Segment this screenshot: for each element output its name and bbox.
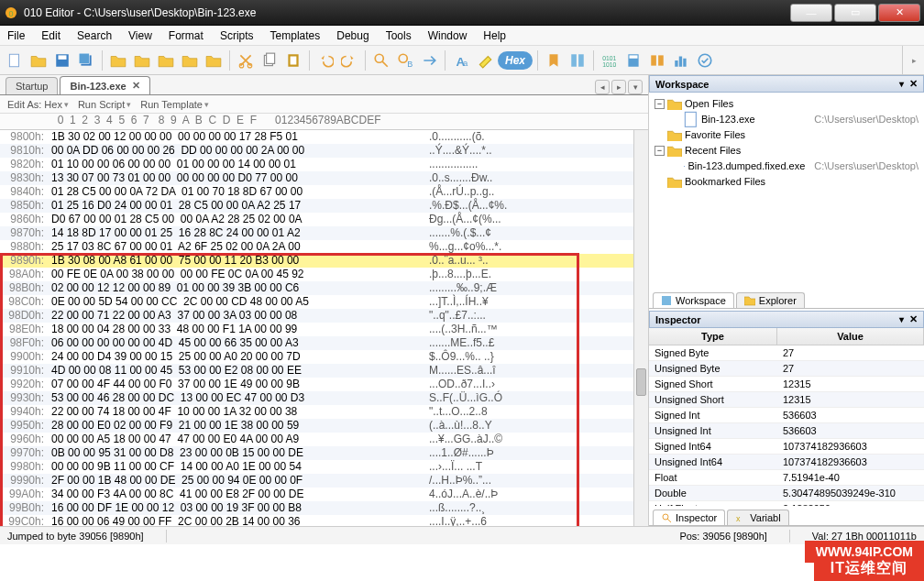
pin-icon[interactable]: ▾: [899, 314, 904, 324]
tab-bin123[interactable]: Bin-123.exe ✕: [60, 76, 149, 94]
hex-row[interactable]: 99C0h:16 00 00 06 49 00 00 FF 2C 00 00 2…: [0, 515, 648, 526]
run-template-dropdown[interactable]: Run Template▾: [140, 99, 209, 110]
hex-row[interactable]: 9930h:53 00 00 46 28 00 00 DC 13 00 00 E…: [0, 391, 648, 405]
cut-icon[interactable]: [235, 49, 257, 71]
run-icon[interactable]: [566, 49, 588, 71]
hex-row[interactable]: 9920h:07 00 00 4F 44 00 00 F0 37 00 00 1…: [0, 378, 648, 391]
tree-file-1[interactable]: Bin-123.exeC:\Users\user\Desktop\: [654, 112, 918, 127]
hex-body[interactable]: 9800h:1B 30 02 00 12 00 00 00 00 00 00 0…: [0, 130, 648, 526]
inspector-row[interactable]: Unsigned Int536603: [649, 423, 924, 439]
find-replace-icon[interactable]: B: [394, 49, 416, 71]
tab-startup[interactable]: Startup: [6, 77, 58, 94]
inspector-row[interactable]: Signed Byte27: [649, 345, 924, 361]
hex-row[interactable]: 9910h:4D 00 00 08 11 00 00 45 53 00 00 E…: [0, 364, 648, 378]
tab-variables[interactable]: xVariabl: [727, 510, 788, 525]
pin-icon[interactable]: ▾: [899, 79, 904, 89]
hex-row[interactable]: 9840h:01 28 C5 00 00 0A 72 DA 01 00 70 1…: [0, 185, 648, 199]
hex-row[interactable]: 9970h:0B 00 00 95 31 00 00 D8 23 00 00 0…: [0, 446, 648, 460]
hex-row[interactable]: 9990h:2F 00 00 1B 48 00 00 DE 25 00 00 9…: [0, 474, 648, 488]
inspector-row[interactable]: Float7.51941e-40: [649, 470, 924, 486]
hex-row[interactable]: 98B0h:02 00 00 12 12 00 00 89 01 00 00 3…: [0, 281, 648, 295]
inspector-row[interactable]: Unsigned Short12315: [649, 392, 924, 408]
tab-close-icon[interactable]: ✕: [132, 80, 140, 92]
hex-row[interactable]: 9980h:00 00 00 9B 11 00 00 CF 14 00 00 A…: [0, 460, 648, 474]
tree-recent-files[interactable]: −Recent Files: [654, 143, 918, 159]
menu-templates[interactable]: Templates: [270, 29, 321, 42]
open-folder-icon[interactable]: [28, 49, 50, 71]
run-script-dropdown[interactable]: Run Script▾: [78, 99, 131, 110]
calculator-icon[interactable]: [622, 49, 644, 71]
menu-help[interactable]: Help: [483, 29, 506, 42]
undo-icon[interactable]: [314, 49, 336, 71]
hex-row[interactable]: 98D0h:22 00 00 71 22 00 00 A3 37 00 00 3…: [0, 309, 648, 323]
hex-row[interactable]: 98C0h:0E 00 00 5D 54 00 00 CC 2C 00 00 C…: [0, 295, 648, 309]
binary-icon[interactable]: 01011010: [599, 49, 621, 71]
menu-window[interactable]: Window: [428, 29, 468, 42]
goto-icon[interactable]: [418, 49, 440, 71]
hex-mode-button[interactable]: Hex: [498, 51, 533, 70]
hex-row[interactable]: 99A0h:34 00 00 F3 4A 00 00 8C 41 00 00 E…: [0, 488, 648, 501]
hex-row[interactable]: 9960h:00 00 00 A5 18 00 00 47 47 00 00 E…: [0, 433, 648, 446]
folder-icon[interactable]: [107, 49, 129, 71]
edit-as-dropdown[interactable]: Edit As: Hex▾: [7, 99, 69, 110]
tree-open-files[interactable]: −Open Files: [654, 96, 918, 112]
panel-close-icon[interactable]: ✕: [909, 78, 918, 90]
highlight-icon[interactable]: [474, 49, 496, 71]
inspector-row[interactable]: Signed Short12315: [649, 377, 924, 392]
tab-explorer[interactable]: Explorer: [736, 292, 805, 308]
menu-debug[interactable]: Debug: [336, 29, 368, 42]
hex-row[interactable]: 9940h:22 00 00 74 18 00 00 4F 10 00 00 1…: [0, 405, 648, 419]
hex-row[interactable]: 9950h:28 00 00 E0 02 00 00 F9 21 00 00 1…: [0, 419, 648, 433]
folder-icon-5[interactable]: [203, 49, 225, 71]
tab-next-icon[interactable]: ▸: [611, 80, 626, 94]
compare-icon[interactable]: [646, 49, 668, 71]
inspector-row[interactable]: Signed Int64107374182936603: [649, 439, 924, 455]
hex-row[interactable]: 98F0h:06 00 00 00 00 00 00 4D 45 00 00 6…: [0, 336, 648, 350]
copy-icon[interactable]: [258, 49, 280, 71]
tab-inspector[interactable]: Inspector: [653, 510, 725, 525]
inspector-row[interactable]: Signed Int536603: [649, 408, 924, 423]
menu-file[interactable]: File: [7, 29, 25, 42]
menu-view[interactable]: View: [128, 29, 152, 42]
menu-tools[interactable]: Tools: [386, 29, 412, 42]
folder-icon-3[interactable]: [155, 49, 177, 71]
folder-icon-4[interactable]: [179, 49, 201, 71]
redo-icon[interactable]: [338, 49, 360, 71]
menu-search[interactable]: Search: [77, 29, 112, 42]
hex-row[interactable]: 9830h:13 30 07 00 73 01 00 00 00 00 00 0…: [0, 171, 648, 185]
hex-row[interactable]: 9880h:25 17 03 8C 67 00 00 01 A2 6F 25 0…: [0, 240, 648, 254]
hex-row[interactable]: 9850h:01 25 16 D0 24 00 00 01 28 C5 00 0…: [0, 199, 648, 213]
hex-row[interactable]: 9860h:D0 67 00 00 01 28 C5 00 00 0A A2 2…: [0, 213, 648, 226]
inspector-row[interactable]: Unsigned Byte27: [649, 361, 924, 377]
new-file-icon[interactable]: [4, 49, 26, 71]
save-icon[interactable]: [51, 49, 73, 71]
save-all-icon[interactable]: [75, 49, 97, 71]
hex-row[interactable]: 9890h:1B 30 08 00 A8 61 00 00 75 00 00 1…: [0, 254, 648, 268]
toolbar-overflow[interactable]: ▸: [902, 46, 924, 74]
folder-icon-2[interactable]: [131, 49, 153, 71]
hex-row[interactable]: 9900h:24 00 00 D4 39 00 00 15 25 00 00 A…: [0, 350, 648, 364]
hex-row[interactable]: 98E0h:18 00 00 04 28 00 00 33 48 00 00 F…: [0, 323, 648, 336]
hex-row[interactable]: 9820h:01 10 00 00 06 00 00 00 01 00 00 0…: [0, 158, 648, 171]
menu-edit[interactable]: Edit: [41, 29, 60, 42]
tab-workspace[interactable]: Workspace: [653, 292, 734, 308]
hex-row[interactable]: 99B0h:16 00 00 DF 1E 00 00 12 03 00 00 1…: [0, 501, 648, 515]
inspector-row[interactable]: Unsigned Int64107374182936603: [649, 455, 924, 470]
maximize-button[interactable]: ▭: [834, 4, 876, 22]
minimize-button[interactable]: —: [790, 4, 832, 22]
tab-prev-icon[interactable]: ◂: [595, 80, 610, 94]
tab-menu-icon[interactable]: ▾: [628, 80, 643, 94]
hex-row[interactable]: 9870h:14 18 8D 17 00 00 01 25 16 28 8C 2…: [0, 226, 648, 240]
panel-close-icon[interactable]: ✕: [909, 313, 918, 325]
menu-scripts[interactable]: Scripts: [220, 29, 254, 42]
hex-row[interactable]: 98A0h:00 FE 0E 0A 00 38 00 00 00 00 FE 0…: [0, 268, 648, 281]
bookmark-icon[interactable]: [543, 49, 565, 71]
checksum-icon[interactable]: [694, 49, 716, 71]
hex-row[interactable]: 9810h:00 0A DD 06 00 00 00 26 DD 00 00 0…: [0, 144, 648, 158]
close-button[interactable]: ✕: [878, 4, 920, 22]
histogram-icon[interactable]: [670, 49, 692, 71]
tree-file-2[interactable]: Bin-123.dumped.fixed.exeC:\Users\user\De…: [654, 159, 918, 174]
tree-favorite-files[interactable]: Favorite Files: [654, 127, 918, 143]
inspector-row[interactable]: Double5.30474895039249e-310: [649, 486, 924, 501]
hex-row[interactable]: 9800h:1B 30 02 00 12 00 00 00 00 00 00 0…: [0, 130, 648, 144]
